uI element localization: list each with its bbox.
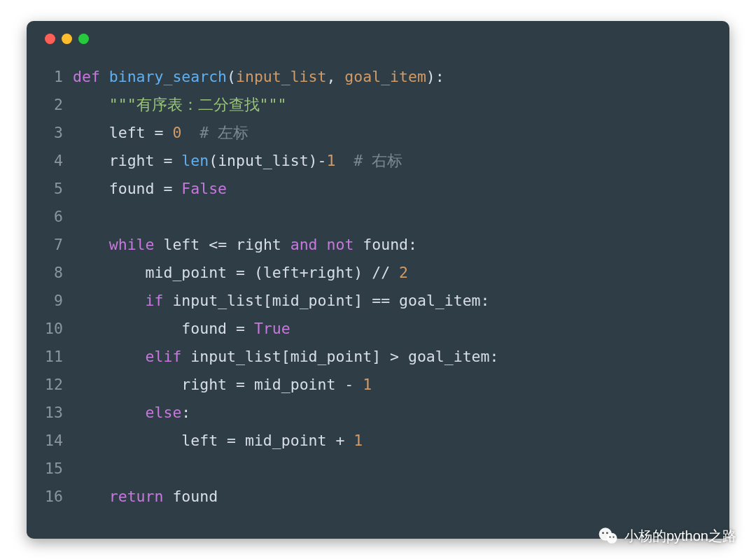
code-content bbox=[73, 455, 715, 483]
code-content bbox=[73, 203, 715, 231]
code-token bbox=[73, 96, 109, 113]
code-content: right = len(input_list)-1 # 右标 bbox=[73, 147, 715, 175]
code-content: right = mid_point - 1 bbox=[73, 371, 715, 399]
code-token: = bbox=[236, 376, 254, 393]
code-token: = ( bbox=[236, 264, 263, 281]
code-content: def binary_search(input_list, goal_item)… bbox=[73, 63, 715, 91]
code-token: ( bbox=[227, 68, 236, 85]
code-line: 7 while left <= right and not found: bbox=[41, 231, 715, 259]
code-token: def bbox=[73, 68, 109, 85]
line-number: 7 bbox=[41, 231, 73, 259]
line-number: 11 bbox=[41, 343, 73, 371]
code-line: 2 """有序表：二分查找""" bbox=[41, 91, 715, 119]
line-number: 10 bbox=[41, 315, 73, 343]
code-token: mid_point bbox=[146, 264, 236, 281]
line-number: 8 bbox=[41, 259, 73, 287]
code-content: mid_point = (left+right) // 2 bbox=[73, 259, 715, 287]
code-token: - bbox=[344, 376, 363, 393]
code-content: left = mid_point + 1 bbox=[73, 427, 715, 455]
code-token: mid_point bbox=[272, 292, 354, 309]
minimize-window-dot[interactable] bbox=[62, 34, 72, 44]
code-token: : bbox=[489, 348, 498, 365]
code-token: : bbox=[481, 292, 490, 309]
code-token: input_list bbox=[218, 152, 308, 169]
code-token bbox=[163, 292, 172, 309]
maximize-window-dot[interactable] bbox=[78, 34, 89, 44]
code-token: input_list bbox=[190, 348, 281, 365]
code-line: 3 left = 0 # 左标 bbox=[41, 119, 715, 147]
code-token bbox=[73, 180, 109, 197]
code-content: else: bbox=[73, 399, 715, 427]
code-token: = bbox=[163, 180, 181, 197]
code-token: return bbox=[109, 488, 164, 505]
code-token: = bbox=[236, 320, 254, 337]
close-window-dot[interactable] bbox=[45, 34, 55, 44]
code-token: # 右标 bbox=[354, 152, 402, 169]
code-token: input_list bbox=[172, 292, 262, 309]
code-token: left bbox=[181, 432, 227, 449]
code-token: <= bbox=[209, 236, 236, 253]
code-token bbox=[73, 152, 109, 169]
code-token: : bbox=[408, 236, 417, 253]
code-line: 10 found = True bbox=[41, 315, 715, 343]
code-line: 11 elif input_list[mid_point] > goal_ite… bbox=[41, 343, 715, 371]
svg-point-4 bbox=[609, 537, 610, 538]
code-token: 1 bbox=[354, 432, 363, 449]
code-line: 8 mid_point = (left+right) // 2 bbox=[41, 259, 715, 287]
svg-point-1 bbox=[606, 533, 617, 544]
code-token: True bbox=[254, 320, 290, 337]
code-line: 1def binary_search(input_list, goal_item… bbox=[41, 63, 715, 91]
code-token: found bbox=[109, 180, 164, 197]
line-number: 2 bbox=[41, 91, 73, 119]
code-token bbox=[73, 404, 146, 421]
code-token bbox=[73, 320, 181, 337]
code-line: 13 else: bbox=[41, 399, 715, 427]
code-token bbox=[318, 236, 327, 253]
svg-point-5 bbox=[612, 537, 614, 538]
code-token bbox=[181, 124, 200, 141]
code-token: ) // bbox=[354, 264, 399, 281]
code-token: mid_point bbox=[290, 348, 372, 365]
code-token: found bbox=[363, 236, 408, 253]
code-line: 15 bbox=[41, 455, 715, 483]
code-token: left bbox=[163, 236, 209, 253]
code-token: ): bbox=[426, 68, 444, 85]
code-content: found = True bbox=[73, 315, 715, 343]
code-token: = bbox=[155, 124, 173, 141]
code-token bbox=[73, 236, 109, 253]
code-token: while bbox=[109, 236, 155, 253]
line-number: 3 bbox=[41, 119, 73, 147]
code-token bbox=[181, 348, 190, 365]
code-token: binary_search bbox=[109, 68, 227, 85]
code-content: left = 0 # 左标 bbox=[73, 119, 715, 147]
code-line: 5 found = False bbox=[41, 175, 715, 203]
code-token: right bbox=[309, 264, 354, 281]
code-line: 16 return found bbox=[41, 483, 715, 511]
code-line: 12 right = mid_point - 1 bbox=[41, 371, 715, 399]
code-token: 0 bbox=[172, 124, 181, 141]
code-token bbox=[73, 376, 181, 393]
line-number: 14 bbox=[41, 427, 73, 455]
code-content: found = False bbox=[73, 175, 715, 203]
code-token: found bbox=[172, 488, 218, 505]
code-token: [ bbox=[263, 292, 272, 309]
line-number: 1 bbox=[41, 63, 73, 91]
code-token: goal_item bbox=[344, 68, 426, 85]
code-token: elif bbox=[146, 348, 182, 365]
code-token: right bbox=[236, 236, 290, 253]
code-token: mid_point bbox=[254, 376, 344, 393]
code-token: mid_point bbox=[245, 432, 335, 449]
code-line: 4 right = len(input_list)-1 # 右标 bbox=[41, 147, 715, 175]
code-token bbox=[73, 124, 109, 141]
svg-point-3 bbox=[606, 532, 608, 535]
code-token: left bbox=[109, 124, 155, 141]
code-token: """有序表：二分查找""" bbox=[109, 96, 287, 113]
code-line: 14 left = mid_point + 1 bbox=[41, 427, 715, 455]
code-area: 1def binary_search(input_list, goal_item… bbox=[41, 63, 715, 511]
code-token: and bbox=[290, 236, 318, 253]
code-token: [ bbox=[281, 348, 290, 365]
line-number: 13 bbox=[41, 399, 73, 427]
code-token: 2 bbox=[399, 264, 408, 281]
code-token: left bbox=[263, 264, 300, 281]
code-token bbox=[335, 152, 354, 169]
